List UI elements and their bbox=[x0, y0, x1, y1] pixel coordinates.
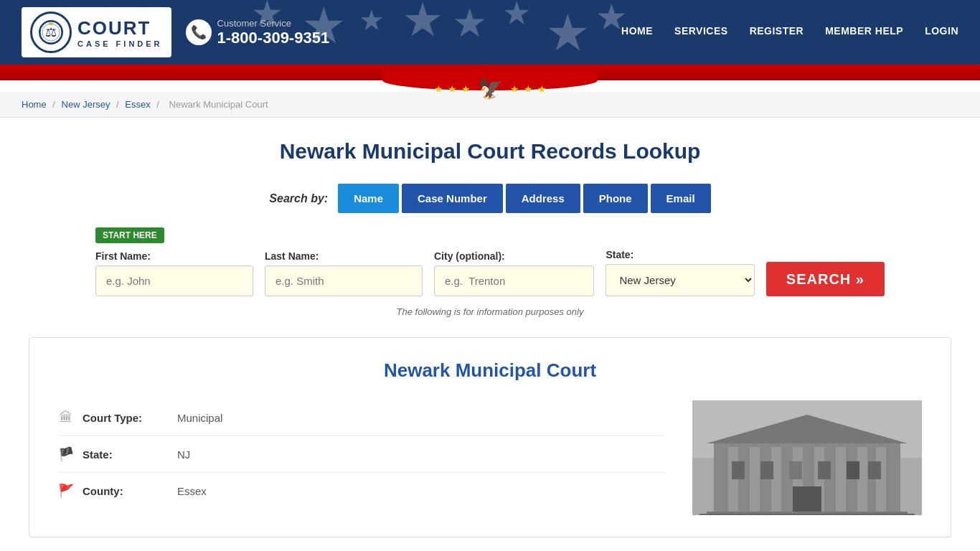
svg-rect-11 bbox=[771, 447, 781, 515]
search-button[interactable]: SEARCH » bbox=[766, 262, 885, 296]
breadcrumb-sep-1: / bbox=[52, 99, 57, 110]
svg-rect-10 bbox=[750, 447, 760, 515]
last-name-label: Last Name: bbox=[265, 250, 423, 262]
nav-member-help[interactable]: MEMBER HELP bbox=[825, 25, 903, 39]
nav-services[interactable]: SERVICES bbox=[674, 25, 728, 39]
deco-star-5: ★ bbox=[452, 0, 487, 46]
tab-case-number[interactable]: Case Number bbox=[402, 184, 503, 213]
court-photo bbox=[692, 400, 922, 515]
city-input[interactable] bbox=[434, 265, 594, 296]
svg-rect-19 bbox=[789, 461, 802, 479]
last-name-input[interactable] bbox=[265, 265, 423, 296]
first-name-input[interactable] bbox=[95, 265, 253, 296]
court-info-box: Newark Municipal Court 🏛 Court Type: Mun… bbox=[29, 337, 951, 537]
start-here-badge: START HERE bbox=[95, 227, 164, 243]
form-container: START HERE First Name: Last Name: City (… bbox=[95, 227, 885, 296]
state-field: State: New Jersey New York Pennsylvania … bbox=[606, 249, 754, 296]
last-name-field: Last Name: bbox=[265, 250, 423, 296]
header-left: ⚖ COURT CASE FINDER 📞 Customer Service 1… bbox=[22, 7, 329, 57]
svg-rect-14 bbox=[836, 447, 846, 515]
deco-star-6: ★ bbox=[502, 0, 531, 32]
court-details-row: 🏛 Court Type: Municipal 🏴 State: NJ 🚩 Co… bbox=[58, 400, 922, 515]
nav-login[interactable]: LOGIN bbox=[925, 25, 958, 39]
svg-rect-17 bbox=[732, 461, 745, 479]
header: ★ ★ ★ ★ ★ ★ ★ ★ ⚖ COURT CASE FINDER bbox=[0, 0, 980, 65]
first-name-field: First Name: bbox=[95, 250, 253, 296]
tab-phone[interactable]: Phone bbox=[583, 184, 648, 213]
cs-number: 1-800-309-9351 bbox=[217, 29, 330, 47]
phone-icon: 📞 bbox=[186, 19, 212, 45]
city-label: City (optional): bbox=[434, 250, 594, 262]
deco-star-7: ★ bbox=[545, 4, 590, 62]
page-title: Newark Municipal Court Records Lookup bbox=[29, 139, 951, 164]
cs-info: Customer Service 1-800-309-9351 bbox=[217, 18, 330, 47]
nav-home[interactable]: HOME bbox=[621, 25, 653, 39]
eagle-icon: 🦅 bbox=[478, 77, 503, 100]
county-label: County: bbox=[83, 485, 169, 497]
court-type-value: Municipal bbox=[177, 412, 222, 424]
logo[interactable]: ⚖ COURT CASE FINDER bbox=[22, 7, 171, 57]
breadcrumb-sep-2: / bbox=[116, 99, 121, 110]
breadcrumb-home[interactable]: Home bbox=[22, 99, 47, 110]
state-detail-value: NJ bbox=[177, 448, 190, 461]
svg-rect-20 bbox=[818, 461, 831, 479]
stars-right: ★★★ bbox=[510, 83, 547, 95]
county-icon: 🚩 bbox=[58, 483, 74, 499]
court-details-left: 🏛 Court Type: Municipal 🏴 State: NJ 🚩 Co… bbox=[58, 400, 664, 515]
eagle-container: ★★★ 🦅 ★★★ bbox=[434, 77, 547, 100]
cs-label: Customer Service bbox=[217, 18, 330, 29]
wave-bar: ★★★ 🦅 ★★★ bbox=[0, 65, 980, 80]
form-row: First Name: Last Name: City (optional): … bbox=[95, 249, 885, 296]
search-by-label: Search by: bbox=[269, 192, 328, 205]
search-tabs: Name Case Number Address Phone Email bbox=[338, 184, 710, 213]
logo-icon: ⚖ bbox=[30, 11, 72, 53]
court-type-icon: 🏛 bbox=[58, 410, 74, 425]
svg-rect-21 bbox=[847, 461, 859, 479]
main-content: Newark Municipal Court Records Lookup Se… bbox=[0, 118, 980, 551]
city-field: City (optional): bbox=[434, 250, 594, 296]
svg-rect-22 bbox=[868, 461, 881, 479]
state-select[interactable]: New Jersey New York Pennsylvania Connect… bbox=[606, 264, 754, 296]
breadcrumb-state[interactable]: New Jersey bbox=[62, 99, 110, 110]
stars-left: ★★★ bbox=[434, 83, 471, 95]
svg-rect-25 bbox=[699, 514, 915, 515]
customer-service: 📞 Customer Service 1-800-309-9351 bbox=[186, 18, 330, 47]
deco-star-3: ★ bbox=[359, 4, 385, 37]
court-type-label: Court Type: bbox=[83, 412, 169, 424]
state-icon: 🏴 bbox=[58, 446, 74, 462]
svg-rect-16 bbox=[876, 447, 886, 515]
detail-court-type: 🏛 Court Type: Municipal bbox=[58, 400, 664, 436]
main-nav: HOME SERVICES REGISTER MEMBER HELP LOGIN bbox=[621, 25, 958, 39]
nav-register[interactable]: REGISTER bbox=[750, 25, 804, 39]
breadcrumb-sep-3: / bbox=[156, 99, 161, 110]
county-value: Essex bbox=[177, 485, 207, 497]
state-detail-label: State: bbox=[83, 448, 169, 461]
breadcrumb-county[interactable]: Essex bbox=[125, 99, 150, 110]
logo-text: COURT CASE FINDER bbox=[77, 17, 163, 48]
logo-case-finder-label: CASE FINDER bbox=[77, 39, 163, 48]
tab-name[interactable]: Name bbox=[338, 184, 399, 213]
court-info-title: Newark Municipal Court bbox=[58, 359, 922, 382]
info-note: The following is for information purpose… bbox=[397, 306, 584, 317]
tab-email[interactable]: Email bbox=[651, 184, 711, 213]
svg-rect-18 bbox=[760, 461, 773, 479]
detail-county: 🚩 County: Essex bbox=[58, 473, 664, 509]
logo-court-label: COURT bbox=[77, 17, 151, 39]
first-name-label: First Name: bbox=[95, 250, 253, 262]
tab-address[interactable]: Address bbox=[506, 184, 580, 213]
breadcrumb-current: Newark Municipal Court bbox=[169, 99, 268, 110]
search-by-row: Search by: Name Case Number Address Phon… bbox=[269, 184, 710, 213]
svg-rect-23 bbox=[793, 486, 821, 515]
deco-star-4: ★ bbox=[402, 0, 443, 47]
svg-text:⚖: ⚖ bbox=[45, 25, 57, 39]
svg-rect-9 bbox=[728, 447, 738, 515]
search-section: Search by: Name Case Number Address Phon… bbox=[29, 184, 951, 317]
svg-rect-15 bbox=[857, 447, 867, 515]
state-label: State: bbox=[606, 249, 754, 260]
detail-state: 🏴 State: NJ bbox=[58, 436, 664, 473]
